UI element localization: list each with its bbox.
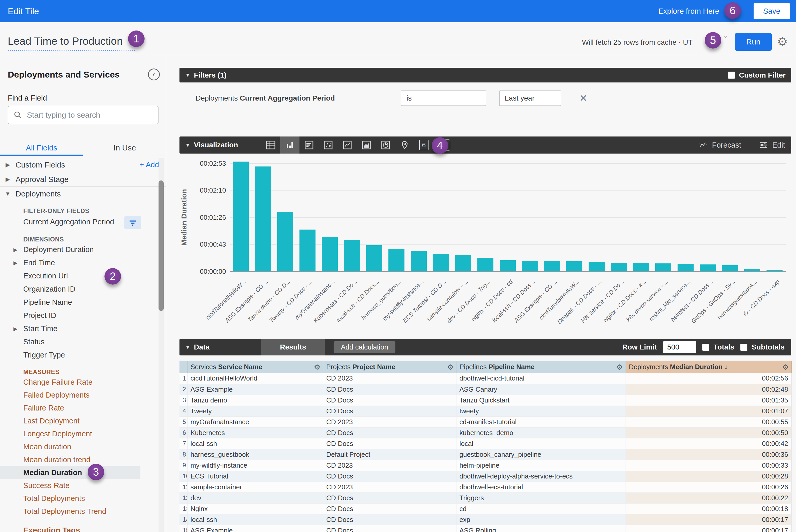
chart-bar[interactable]: [388, 249, 405, 271]
table-row[interactable]: 10ECS TutorialCD Docsdbothwell-deploy-al…: [180, 471, 791, 481]
sidebar-field-item[interactable]: ▶End Time: [0, 256, 166, 269]
table-row[interactable]: 14local-sshCD Docsexp00:00:17: [180, 514, 791, 525]
sidebar-field-item[interactable]: ▶Deployment Duration: [0, 243, 166, 256]
table-row[interactable]: 8harness_guestbookDefault Projectguestbo…: [180, 449, 791, 460]
caret-right-icon[interactable]: ▶: [14, 247, 17, 253]
sidebar-field-item[interactable]: Pipeline Name: [0, 296, 166, 309]
caret-down-icon[interactable]: ▼: [185, 344, 190, 350]
remove-filter-icon[interactable]: ✕: [579, 93, 588, 104]
chart-bar[interactable]: [566, 261, 582, 271]
sidebar-field-item[interactable]: Organization ID: [0, 283, 166, 296]
chart-bar[interactable]: [722, 265, 738, 271]
add-calculation-button[interactable]: Add calculation: [334, 341, 395, 353]
viz-type-table-icon[interactable]: [261, 136, 280, 154]
sidebar-field-item[interactable]: Trigger Type: [0, 348, 166, 362]
gear-icon[interactable]: ⚙: [777, 35, 788, 49]
sidebar-field-item[interactable]: ▶Start Time: [0, 322, 166, 335]
explore-from-here-link[interactable]: Explore from Here: [659, 7, 719, 16]
table-row[interactable]: 12devCD DocsTriggers00:00:22: [180, 492, 791, 503]
caret-right-icon[interactable]: ▶: [14, 260, 17, 266]
field-current-aggregation-period[interactable]: Current Aggregation Period: [0, 214, 166, 229]
chart-bar[interactable]: [611, 263, 627, 271]
caret-down-icon[interactable]: ▼: [0, 191, 16, 197]
subtotals-checkbox[interactable]: [740, 344, 747, 351]
sidebar-field-item[interactable]: Change Failure Rate: [0, 376, 166, 388]
filter-value-input[interactable]: Last year: [499, 91, 561, 106]
chart-bar[interactable]: [655, 263, 671, 271]
table-row[interactable]: 7local-sshCD Docslocal00:00:42: [180, 438, 791, 449]
viz-type-scatter-icon[interactable]: [319, 136, 338, 154]
sidebar-field-item[interactable]: Longest Deployment: [0, 427, 166, 440]
add-custom-field-button[interactable]: + Add: [140, 160, 159, 169]
sidebar-item-approval-stage[interactable]: ▶ Approval Stage: [0, 172, 166, 187]
row-limit-input[interactable]: [663, 341, 696, 353]
sidebar-field-item[interactable]: Mean duration: [0, 440, 166, 453]
sidebar-field-item[interactable]: Failed Deployments: [0, 388, 166, 401]
sidebar-field-item[interactable]: Execution Url: [0, 269, 166, 283]
caret-down-icon[interactable]: ▼: [185, 72, 190, 78]
tab-all-fields[interactable]: All Fields: [0, 141, 83, 156]
chart-bar[interactable]: [500, 260, 516, 271]
custom-filter-checkbox[interactable]: [728, 72, 735, 79]
sidebar-field-item[interactable]: Median Duration: [0, 466, 141, 479]
table-row[interactable]: 3Tanzu demoCD DocsTanzu Quickstart00:01:…: [180, 395, 791, 405]
chart-bar[interactable]: [255, 167, 271, 271]
tile-title-input[interactable]: Lead Time to Production: [8, 35, 123, 47]
chart-bar[interactable]: [744, 269, 760, 271]
chart-bar[interactable]: [233, 162, 249, 271]
filter-icon[interactable]: [124, 216, 141, 229]
gear-icon[interactable]: ⚙: [616, 363, 623, 372]
table-row[interactable]: 5myGrafanaInstanceCD 2023cd-manifest-tut…: [180, 416, 791, 427]
viz-type-horizontal-bar-icon[interactable]: [299, 136, 319, 154]
results-tab[interactable]: Results: [261, 339, 325, 356]
sort-descending-icon[interactable]: ↓: [724, 363, 728, 371]
forecast-button[interactable]: Forecast: [699, 141, 741, 149]
chart-bar[interactable]: [678, 264, 693, 271]
column-header-project-name[interactable]: Projects Project Name⚙: [323, 361, 456, 373]
gear-icon[interactable]: ⚙: [314, 363, 320, 372]
collapse-sidebar-button[interactable]: ‹: [148, 69, 160, 80]
run-button[interactable]: Run: [735, 33, 772, 51]
chart-bar[interactable]: [477, 258, 494, 271]
visualization-section-header[interactable]: ▼ Visualization: [180, 136, 791, 154]
viz-type-pie-chart-icon[interactable]: [376, 136, 395, 154]
gear-icon[interactable]: ⚙: [447, 363, 453, 372]
viz-type-line-chart-icon[interactable]: [338, 136, 357, 154]
chart-bar[interactable]: [544, 261, 560, 271]
filters-section-header[interactable]: ▼ Filters (1) Custom Filter: [180, 68, 791, 82]
column-header-service-name[interactable]: Services Service Name⚙: [187, 361, 323, 373]
sidebar-scrollbar-thumb[interactable]: [159, 180, 164, 311]
sidebar-field-item[interactable]: Mean duration trend: [0, 453, 166, 466]
table-row[interactable]: 13NginxCD Docscd00:00:18: [180, 503, 791, 514]
sidebar-field-item[interactable]: Total Deployments: [0, 492, 166, 505]
sidebar-item-deployments[interactable]: ▼ Deployments 2: [0, 187, 166, 201]
chart-bar[interactable]: [277, 212, 293, 271]
tab-in-use[interactable]: In Use: [83, 141, 167, 156]
table-row[interactable]: 9my-wildfly-instanceCD 2023helm-pipeline…: [180, 460, 791, 471]
chart-bar[interactable]: [433, 254, 449, 271]
chart-bar[interactable]: [455, 255, 471, 271]
gear-icon[interactable]: ⚙: [782, 363, 789, 372]
viz-type-bar-chart-icon[interactable]: [280, 136, 299, 154]
chart-bar[interactable]: [633, 263, 649, 271]
sidebar-field-item[interactable]: Project ID: [0, 309, 166, 322]
column-header-pipeline-name[interactable]: Pipelines Pipeline Name⚙: [456, 361, 626, 373]
chart-bar[interactable]: [700, 264, 716, 271]
chart-bar[interactable]: [366, 245, 382, 271]
chart-bar[interactable]: [344, 240, 360, 271]
table-row[interactable]: 6KubernetesCD Docskubernetes_demo00:00:5…: [180, 427, 791, 438]
sidebar-item-custom-fields[interactable]: ▶ Custom Fields + Add: [0, 158, 166, 172]
column-header-median-duration[interactable]: Deployments Median Duration ↓⚙: [626, 361, 791, 373]
chart-bar[interactable]: [589, 262, 605, 271]
caret-right-icon[interactable]: ▶: [14, 326, 17, 332]
caret-right-icon[interactable]: ▶: [0, 162, 16, 168]
filter-operator-select[interactable]: is: [401, 91, 486, 106]
chart-bar[interactable]: [522, 261, 538, 271]
table-row[interactable]: 15ASG ExampleCD DocsASG Rolling00:00:17: [180, 525, 791, 532]
sidebar-field-item[interactable]: Total Deployments Trend: [0, 505, 166, 518]
totals-checkbox[interactable]: [702, 344, 709, 351]
chart-bar[interactable]: [322, 237, 338, 271]
table-row[interactable]: 2ASG ExampleCD DocsASG Canary00:02:48: [180, 384, 791, 395]
sidebar-field-item[interactable]: Success Rate: [0, 479, 166, 492]
caret-right-icon[interactable]: ▶: [0, 176, 16, 183]
